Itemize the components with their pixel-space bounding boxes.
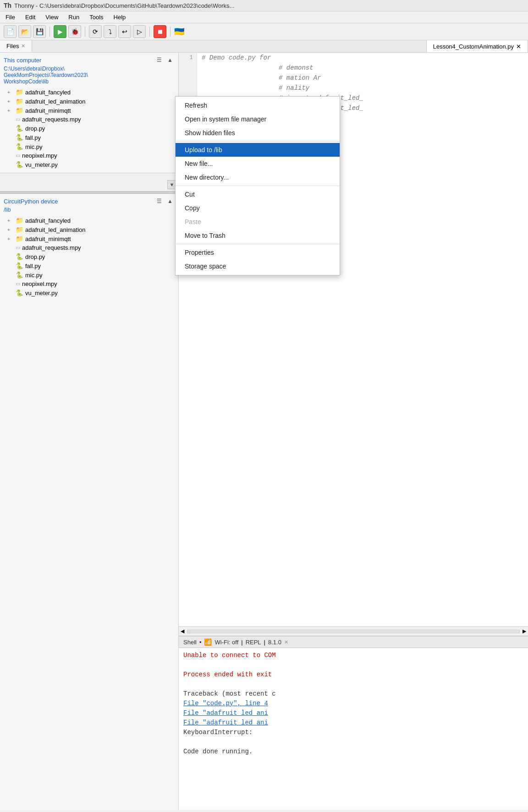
computer-file-adafruit-requests-mpy[interactable]: ▭ adafruit_requests.mpy [0,115,178,124]
menu-file[interactable]: File [4,13,17,22]
ctx-new-directory[interactable]: New directory... [176,170,340,184]
this-computer-up-btn[interactable]: ▲ [165,55,175,65]
shell-line-6[interactable]: File "adafruit led ani [183,718,523,728]
circuitpython-label[interactable]: CircuitPython device [4,198,58,205]
debug-button[interactable]: 🐞 [68,25,81,38]
ctx-show-hidden[interactable]: Show hidden files [176,126,340,140]
editor-tab-close[interactable]: ✕ [516,43,521,50]
computer-file-adafruit-led-animation[interactable]: + 📁 adafruit_led_animation [0,97,178,106]
line-num [179,63,197,73]
save-button[interactable]: 💾 [33,25,46,38]
file-name: fall.py [25,263,41,269]
device-file-adafruit-fancyled[interactable]: + 📁 adafruit_fancyled [0,216,178,225]
file-name: neopixel.mpy [22,280,57,287]
stop-button[interactable]: ⏹ [154,25,166,38]
folder-icon: 📁 [16,226,23,233]
ctx-new-file[interactable]: New file... [176,157,340,170]
menu-run[interactable]: Run [66,13,81,22]
file-name: adafruit_led_animation [25,98,86,105]
device-file-fall-py[interactable]: 🐍 fall.py [0,261,178,270]
context-menu: Refresh Open in system file manager Show… [175,96,340,275]
folder-icon: 📁 [16,107,23,114]
file-name: adafruit_led_animation [25,226,86,233]
file-name: adafruit_fancyled [25,217,71,224]
hscroll-left[interactable]: ◀ [179,628,186,635]
this-computer-label[interactable]: This computer [4,57,41,64]
device-file-adafruit-minimqtt[interactable]: + 📁 adafruit_minimqtt [0,234,178,243]
device-file-neopixel-mpy[interactable]: ▭ neopixel.mpy [0,280,178,288]
device-file-mic-py[interactable]: 🐍 mic.py [0,270,178,280]
menu-help[interactable]: Help [112,13,128,22]
step-out-button[interactable]: ↩ [118,25,131,38]
expand-icon: + [7,108,14,113]
python-icon: 🐍 [16,271,23,279]
ctx-sep-3 [176,244,340,244]
wifi-icon: 📶 [204,638,212,646]
run-button[interactable]: ▶ [54,25,66,38]
file-name: adafruit_requests.mpy [22,116,81,123]
shell-line-5[interactable]: File "adafruit led ani [183,708,523,718]
editor-tab[interactable]: Lesson4_CustomAnimation.py ✕ [426,40,528,52]
ctx-storage-space[interactable]: Storage space [176,259,340,273]
shell-line-4[interactable]: File "code.py", line 4 [183,699,523,708]
files-tab[interactable]: Files ✕ [0,40,32,52]
ctx-copy[interactable]: Copy [176,201,340,215]
shell-panel: Shell • 📶 Wi-Fi: off | REPL | 8.1.0 ✕ Un… [179,636,528,810]
computer-file-tree: + 📁 adafruit_fancyled + 📁 adafruit_led_a… [0,88,178,173]
code-line-blank1: # demonst [179,63,528,73]
device-file-drop-py[interactable]: 🐍 drop.py [0,252,178,261]
file-name: adafruit_requests.mpy [22,244,81,251]
line-num [179,83,197,93]
computer-section-scroll: ▼ [0,173,178,191]
toolbar-sep-1 [50,27,50,37]
editor-tab-label: Lesson4_CustomAnimation.py [433,43,514,50]
computer-file-adafruit-fancyled[interactable]: + 📁 adafruit_fancyled [0,88,178,97]
circuitpython-path[interactable]: /lib [0,207,178,216]
toolbar-sep-2 [85,27,85,37]
folder-icon: 📁 [16,88,23,96]
resume-button[interactable]: ▷ [133,25,146,38]
computer-file-fall-py[interactable]: 🐍 fall.py [0,133,178,142]
circuitpython-up-btn[interactable]: ▲ [165,197,175,206]
ctx-refresh[interactable]: Refresh [176,99,340,112]
device-file-adafruit-led-animation[interactable]: + 📁 adafruit_led_animation [0,225,178,234]
computer-file-vu-meter-py[interactable]: 🐍 vu_meter.py [0,160,178,169]
this-computer-header: This computer ☰ ▲ [0,53,178,66]
file-name: adafruit_fancyled [25,89,71,96]
circuitpython-menu-btn[interactable]: ☰ [154,197,164,206]
file-name: adafruit_minimqtt [25,107,71,114]
ctx-move-trash[interactable]: Move to Trash [176,229,340,242]
this-computer-menu-btn[interactable]: ☰ [154,55,164,65]
python-icon: 🐍 [16,253,23,260]
ctx-properties[interactable]: Properties [176,246,340,259]
ctx-upload[interactable]: Upload to /lib [176,143,340,157]
line-num: 1 [179,53,197,63]
shell-close[interactable]: ✕ [284,639,288,645]
menu-view[interactable]: View [44,13,60,22]
expand-icon: + [7,227,14,232]
menu-edit[interactable]: Edit [23,13,37,22]
new-button[interactable]: 📄 [4,25,16,38]
computer-file-adafruit-minimqtt[interactable]: + 📁 adafruit_minimqtt [0,106,178,115]
this-computer-path[interactable]: C:\Users\debra\Dropbox\GeekMomProjects\T… [0,66,178,88]
folder-icon: 📁 [16,217,23,224]
expand-icon: + [7,99,14,104]
device-file-adafruit-requests-mpy[interactable]: ▭ adafruit_requests.mpy [0,243,178,252]
shell-header: Shell • 📶 Wi-Fi: off | REPL | 8.1.0 ✕ [179,636,528,648]
file-name: vu_meter.py [25,161,58,168]
ctx-open-file-manager[interactable]: Open in system file manager [176,112,340,126]
open-button[interactable]: 📂 [18,25,31,38]
step-into-button[interactable]: ⤵ [104,25,116,38]
files-tab-close[interactable]: ✕ [21,43,25,49]
step-over-button[interactable]: ⟳ [89,25,102,38]
device-file-vu-meter-py[interactable]: 🐍 vu_meter.py [0,288,178,297]
hscroll-right[interactable]: ▶ [521,628,528,635]
computer-file-mic-py[interactable]: 🐍 mic.py [0,142,178,151]
computer-file-drop-py[interactable]: 🐍 drop.py [0,124,178,133]
computer-file-neopixel-mpy[interactable]: ▭ neopixel.mpy [0,151,178,160]
menu-tools[interactable]: Tools [88,13,105,22]
file-name: vu_meter.py [25,290,58,296]
python-icon: 🐍 [16,262,23,269]
left-panel: This computer ☰ ▲ C:\Users\debra\Dropbox… [0,53,179,810]
ctx-cut[interactable]: Cut [176,187,340,201]
